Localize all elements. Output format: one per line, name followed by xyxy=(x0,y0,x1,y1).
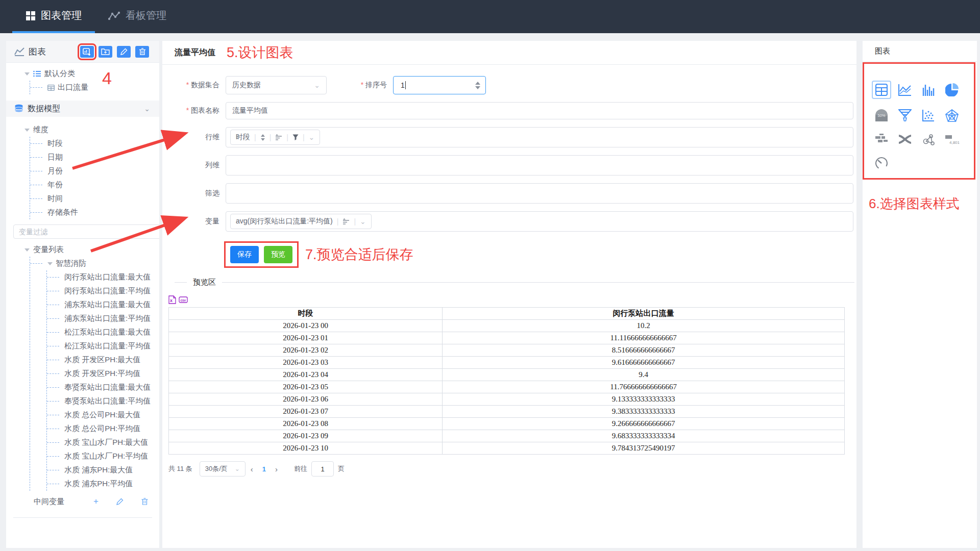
style-sankey-icon[interactable] xyxy=(897,132,913,147)
grid-icon xyxy=(26,11,36,21)
variable-item[interactable]: 松江泵站出口流量:平均值 xyxy=(47,339,159,353)
dataset-select[interactable]: 历史数据 ⌄ xyxy=(226,76,327,94)
chevron-down-icon[interactable]: ⌄ xyxy=(144,105,150,113)
style-treemap-icon[interactable] xyxy=(874,132,889,147)
group-label: 智慧消防 xyxy=(56,259,86,268)
tab-label: 图表管理 xyxy=(41,9,82,22)
dimension-label: 存储条件 xyxy=(47,208,78,217)
variable-item[interactable]: 水质 开发区PH:最大值 xyxy=(47,353,159,367)
variable-item[interactable]: 水质 总公司PH:最大值 xyxy=(47,408,159,422)
save-button[interactable]: 保存 xyxy=(230,246,259,263)
variable-item[interactable]: 奉贤泵站出口流量:最大值 xyxy=(47,381,159,394)
cell-period: 2026-01-23 00 xyxy=(169,320,443,332)
col-dim-field[interactable] xyxy=(226,155,853,176)
trash-icon[interactable] xyxy=(141,498,148,505)
dimension-item[interactable]: 存储条件 xyxy=(30,206,159,219)
prev-page-button[interactable]: ‹ xyxy=(251,465,253,473)
style-radar-icon[interactable] xyxy=(944,108,960,123)
variable-item[interactable]: 水质 开发区PH:平均值 xyxy=(47,367,159,381)
current-page[interactable]: 1 xyxy=(262,465,266,473)
style-scatter-icon[interactable] xyxy=(921,108,936,123)
page-size-select[interactable]: 30条/页 ⌄ xyxy=(200,461,246,477)
variable-item[interactable]: 水质 总公司PH:平均值 xyxy=(47,422,159,436)
tab-dashboard-management[interactable]: 看板管理 xyxy=(95,0,180,33)
dimension-item[interactable]: 日期 xyxy=(30,151,159,164)
filter-funnel-icon[interactable] xyxy=(292,134,299,140)
style-gauge-icon[interactable] xyxy=(874,156,889,171)
plus-icon[interactable]: + xyxy=(93,496,99,507)
variable-label: 水质 开发区PH:最大值 xyxy=(64,355,140,365)
chevron-down-icon[interactable]: ⌄ xyxy=(309,133,315,141)
spin-down-icon[interactable] xyxy=(475,86,480,92)
variable-tree: 变量列表 智慧消防 闵行泵站出口流量:最大值 闵行泵站出口流量:平均值 xyxy=(6,241,159,491)
style-pie-chart-icon[interactable] xyxy=(944,82,960,97)
goto-page-input[interactable] xyxy=(311,461,334,477)
dimension-item[interactable]: 时间 xyxy=(30,192,159,206)
add-chart-button[interactable] xyxy=(80,46,94,58)
sort-number-input[interactable]: 1 xyxy=(393,76,486,94)
goto-label: 前往 xyxy=(294,464,307,473)
add-folder-button[interactable] xyxy=(99,46,112,58)
aggregate-icon[interactable] xyxy=(342,218,350,224)
export-excel-icon[interactable]: x xyxy=(168,295,176,304)
next-page-button[interactable]: › xyxy=(275,465,278,473)
dimension-item[interactable]: 时段 xyxy=(30,137,159,151)
row-dim-tag[interactable]: 时段 | | | | ⌄ xyxy=(230,130,320,145)
tree-node-dimensions[interactable]: 维度 xyxy=(6,123,159,137)
dimension-item[interactable]: 月份 xyxy=(30,164,159,178)
chart-form: 数据集合 历史数据 ⌄ 排序号 1 图表名称 行维 时段 xyxy=(162,65,856,266)
style-funnel-icon[interactable] xyxy=(897,108,913,123)
variable-item[interactable]: 松江泵站出口流量:最大值 xyxy=(47,325,159,339)
dimension-item[interactable]: 年份 xyxy=(30,178,159,192)
tree-node-variable-list[interactable]: 变量列表 xyxy=(6,243,159,257)
style-bar-chart-icon[interactable] xyxy=(921,82,936,97)
export-toolbar: x csv xyxy=(168,295,856,304)
data-model-header[interactable]: 数据模型 ⌄ xyxy=(6,101,159,117)
variable-item[interactable]: 水质 宝山水厂PH:最大值 xyxy=(47,436,159,449)
variable-item[interactable]: 奉贤泵站出口流量:平均值 xyxy=(47,394,159,408)
tab-chart-management[interactable]: 图表管理 xyxy=(12,0,95,33)
aggregate-icon[interactable] xyxy=(275,134,282,140)
style-relation-graph-icon[interactable] xyxy=(921,132,936,147)
chevron-down-icon[interactable]: ⌄ xyxy=(360,217,366,226)
caret-down-icon[interactable] xyxy=(24,129,30,134)
category-list-icon xyxy=(33,70,41,77)
tree-node-chart-item[interactable]: 出口流量 xyxy=(30,81,159,94)
caret-down-icon[interactable] xyxy=(24,72,30,78)
variable-item[interactable]: 浦东泵站出口流量:平均值 xyxy=(47,312,159,325)
caret-down-icon[interactable] xyxy=(47,262,53,268)
preview-button[interactable]: 预览 xyxy=(264,246,292,263)
export-csv-icon[interactable]: csv xyxy=(179,296,188,304)
col-dim-label: 列维 xyxy=(168,161,226,170)
variable-field[interactable]: avg(闵行泵站出口流量:平均值) | | ⌄ xyxy=(226,211,853,232)
variable-item[interactable]: 闵行泵站出口流量:最大值 xyxy=(47,270,159,284)
caret-down-icon[interactable] xyxy=(24,248,30,254)
spin-up-icon[interactable] xyxy=(475,79,480,85)
delete-button[interactable] xyxy=(135,46,149,58)
edit-pen-icon[interactable] xyxy=(116,498,124,505)
filter-field[interactable] xyxy=(226,183,853,204)
sort-toggle-icon[interactable] xyxy=(260,134,265,141)
variable-item[interactable]: 水质 浦东PH:平均值 xyxy=(47,477,159,491)
chart-name-input[interactable] xyxy=(226,102,853,119)
edit-button[interactable] xyxy=(117,46,131,58)
variable-item[interactable]: 浦东泵站出口流量:最大值 xyxy=(47,298,159,312)
variable-item[interactable]: 闵行泵站出口流量:平均值 xyxy=(47,284,159,298)
variable-item[interactable]: 水质 宝山水厂PH:平均值 xyxy=(47,449,159,463)
variable-tag[interactable]: avg(闵行泵站出口流量:平均值) | | ⌄ xyxy=(230,214,372,229)
style-card-number-icon[interactable]: 4,801 xyxy=(944,132,960,147)
tree-node-variable-group[interactable]: 智慧消防 xyxy=(30,257,159,270)
style-liquid-fill-icon[interactable]: 50% xyxy=(874,108,889,123)
variable-label: 水质 总公司PH:最大值 xyxy=(64,410,140,420)
variable-filter-input[interactable] xyxy=(13,224,159,239)
style-table-icon[interactable] xyxy=(872,81,891,99)
number-spinner[interactable] xyxy=(475,79,480,92)
annotation-step-7: 7.预览合适后保存 xyxy=(305,245,413,264)
style-line-chart-icon[interactable] xyxy=(897,82,913,97)
variable-label: 奉贤泵站出口流量:平均值 xyxy=(64,396,151,406)
chart-sidebar: 图表 4 默认分类 xyxy=(6,41,159,548)
row-dim-field[interactable]: 时段 | | | | ⌄ xyxy=(226,127,853,147)
cell-value: 9.683333333333334 xyxy=(443,430,845,442)
variable-item[interactable]: 水质 浦东PH:最大值 xyxy=(47,463,159,477)
tree-node-default-category[interactable]: 默认分类 xyxy=(6,67,159,81)
